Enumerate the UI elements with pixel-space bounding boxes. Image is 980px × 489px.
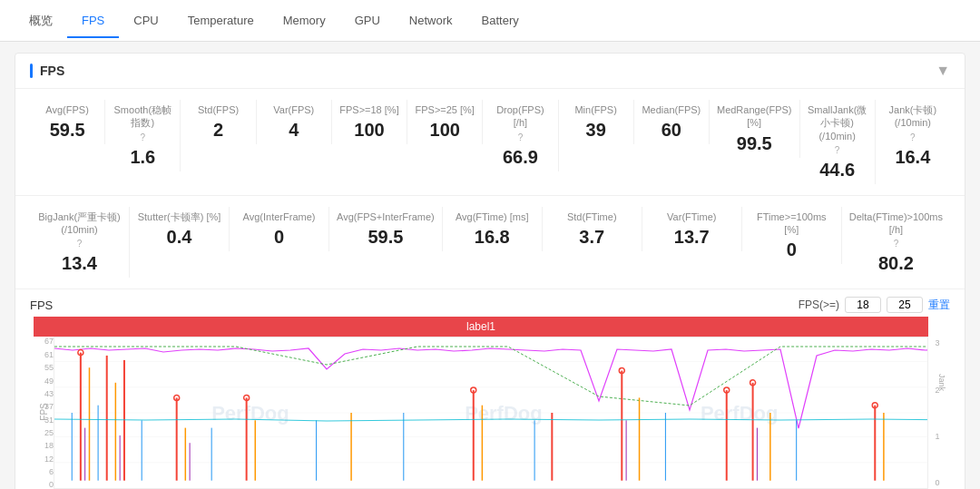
nav-tab-network[interactable]: Network xyxy=(395,3,467,38)
help-icon-r1-${i}[interactable]: ? xyxy=(518,132,524,143)
metric-label-r1-6: Drop(FPS) [/h] ? xyxy=(490,103,550,143)
metric-value-r1-7: 39 xyxy=(566,120,626,141)
metrics-section-2: BigJank(严重卡顿)(/10min) ? 13.4 Stutter(卡顿率… xyxy=(15,196,965,290)
metric-value-r2-0: 13.4 xyxy=(37,253,122,274)
metric-value-r2-1: 0.4 xyxy=(137,227,221,248)
nav-tab-battery[interactable]: Battery xyxy=(467,3,534,38)
metrics-section-1: Avg(FPS) 59.5 Smooth(稳帧指数) ? 1.6 Std(FPS… xyxy=(15,89,965,196)
metric-item-r2-6: Var(FTime) 13.7 xyxy=(642,207,742,251)
chart-title-label: FPS xyxy=(30,298,53,312)
nav-tab-cpu[interactable]: CPU xyxy=(119,3,172,38)
fps-val1-input[interactable] xyxy=(845,297,881,313)
chart-wrapper: label1 FPS xyxy=(34,317,946,489)
metric-value-r2-7: 0 xyxy=(750,240,834,260)
metric-item-r2-4: Avg(FTime) [ms] 16.8 xyxy=(443,207,543,251)
metric-value-r1-2: 2 xyxy=(188,120,248,141)
metric-item-r2-1: Stutter(卡顿率) [%] 0.4 xyxy=(130,207,230,251)
metric-item-r1-5: FPS>=25 [%] 100 xyxy=(407,100,483,144)
metric-label-r2-2: Avg(InterFrame) xyxy=(237,210,321,223)
help-icon-r1-${i}[interactable]: ? xyxy=(910,132,916,143)
metric-value-r1-9: 99.5 xyxy=(717,133,792,154)
metric-label-r1-1: Smooth(稳帧指数) ? xyxy=(113,103,172,143)
panel-title-text: FPS xyxy=(40,64,64,78)
y-left-10: 6 xyxy=(49,467,54,476)
chart-banner-label: label1 xyxy=(466,320,495,333)
metric-value-r1-0: 59.5 xyxy=(37,120,97,141)
svg-text:PerfDog: PerfDog xyxy=(701,403,779,425)
fps-panel: FPS ▼ Avg(FPS) 59.5 Smooth(稳帧指数) ? 1.6 S… xyxy=(15,53,965,489)
help-icon-r1-${i}[interactable]: ? xyxy=(835,144,840,156)
metric-item-r1-9: MedRange(FPS)[%] 99.5 xyxy=(710,100,800,158)
nav-tab-memory[interactable]: Memory xyxy=(269,3,340,38)
metric-value-r2-4: 16.8 xyxy=(450,227,534,248)
metric-item-r1-3: Var(FPS) 4 xyxy=(257,100,332,144)
jank-label: Jank xyxy=(937,374,946,391)
metric-label-r1-11: Jank(卡顿)(/10min) ? xyxy=(883,103,943,143)
nav-tab-temperature[interactable]: Temperature xyxy=(173,3,269,38)
y-left-3: 49 xyxy=(44,377,54,386)
metric-item-r1-2: Std(FPS) 2 xyxy=(181,100,256,144)
metric-value-r2-5: 3.7 xyxy=(550,227,634,248)
metric-label-r1-4: FPS>=18 [%] xyxy=(339,103,399,116)
metric-label-r2-1: Stutter(卡顿率) [%] xyxy=(137,210,221,223)
metric-label-r2-3: Avg(FPS+InterFrame) xyxy=(337,210,435,223)
metric-value-r2-3: 59.5 xyxy=(337,227,435,248)
chart-section: FPS FPS(>=) 重置 label1 FPS xyxy=(15,289,965,489)
metric-value-r1-5: 100 xyxy=(415,120,475,141)
metric-value-r1-1: 1.6 xyxy=(113,147,172,168)
fps-reset-button[interactable]: 重置 xyxy=(928,298,950,313)
metric-label-r1-8: Median(FPS) xyxy=(642,103,701,116)
metric-label-r2-4: Avg(FTime) [ms] xyxy=(450,210,534,223)
svg-text:PerfDog: PerfDog xyxy=(211,403,289,425)
metric-label-r2-5: Std(FTime) xyxy=(550,210,634,223)
panel-header: FPS ▼ xyxy=(15,54,965,89)
metric-label-r2-8: Delta(FTime)>100ms [/h] ? xyxy=(849,210,943,250)
metric-label-r1-5: FPS>=25 [%] xyxy=(415,103,475,116)
chart-svg: PerfDog PerfDog PerfDog xyxy=(54,337,927,488)
metric-item-r1-11: Jank(卡顿)(/10min) ? 16.4 xyxy=(876,100,950,171)
fps-val2-input[interactable] xyxy=(887,297,923,313)
metric-label-r2-6: Var(FTime) xyxy=(650,210,734,223)
help-icon-r1-${i}[interactable]: ? xyxy=(141,132,146,143)
y-left-9: 12 xyxy=(44,455,54,464)
smooth-line xyxy=(54,347,927,406)
metric-item-r2-2: Avg(InterFrame) 0 xyxy=(230,207,329,251)
y-left-0: 67 xyxy=(44,337,54,346)
chart-container-outer: label1 FPS xyxy=(34,317,946,489)
metric-item-r1-10: SmallJank(微小卡顿)(/10min) ? 44.6 xyxy=(800,100,876,184)
fps-filter-group: FPS(>=) 重置 xyxy=(799,297,950,313)
chart-banner: label1 xyxy=(34,317,928,337)
metric-item-r2-3: Avg(FPS+InterFrame) 59.5 xyxy=(329,207,443,251)
metric-value-r1-6: 66.9 xyxy=(490,147,550,168)
panel-title: FPS xyxy=(30,64,64,78)
metric-label-r1-9: MedRange(FPS)[%] xyxy=(717,103,792,130)
metric-label-r1-0: Avg(FPS) xyxy=(37,103,97,116)
metric-value-r1-10: 44.6 xyxy=(808,160,867,181)
y-axis-right: 3 2 1 0 xyxy=(928,337,946,489)
metric-label-r1-3: Var(FPS) xyxy=(264,103,324,116)
metric-item-r1-4: FPS>=18 [%] 100 xyxy=(332,100,407,144)
metric-value-r1-8: 60 xyxy=(642,120,701,141)
help-icon-r2-${i}[interactable]: ? xyxy=(894,238,899,249)
y-left-8: 18 xyxy=(44,441,54,450)
metric-value-r2-6: 13.7 xyxy=(650,227,734,248)
metric-item-r1-7: Min(FPS) 39 xyxy=(559,100,634,144)
y-left-label: FPS xyxy=(39,404,49,421)
y-left-2: 55 xyxy=(44,363,54,372)
nav-tab-fps[interactable]: FPS xyxy=(67,3,119,38)
metric-label-r1-7: Min(FPS) xyxy=(566,103,626,116)
y-left-7: 25 xyxy=(44,428,54,437)
metric-value-r2-2: 0 xyxy=(237,227,321,248)
nav-tab-gpu[interactable]: GPU xyxy=(340,3,395,38)
metric-item-r2-0: BigJank(严重卡顿)(/10min) ? 13.4 xyxy=(30,207,130,279)
panel-title-bar xyxy=(30,64,33,78)
main-content: FPS ▼ Avg(FPS) 59.5 Smooth(稳帧指数) ? 1.6 S… xyxy=(0,42,980,489)
help-icon-r2-${i}[interactable]: ? xyxy=(77,238,83,249)
metric-item-r2-8: Delta(FTime)>100ms [/h] ? 80.2 xyxy=(842,207,950,279)
metric-value-r1-3: 4 xyxy=(264,120,324,141)
panel-toggle-icon[interactable]: ▼ xyxy=(936,63,950,79)
nav-tab-overview[interactable]: 概览 xyxy=(15,2,67,40)
metric-label-r1-2: Std(FPS) xyxy=(188,103,248,116)
chart-controls: FPS FPS(>=) 重置 xyxy=(30,297,950,313)
svg-text:PerfDog: PerfDog xyxy=(465,403,543,425)
